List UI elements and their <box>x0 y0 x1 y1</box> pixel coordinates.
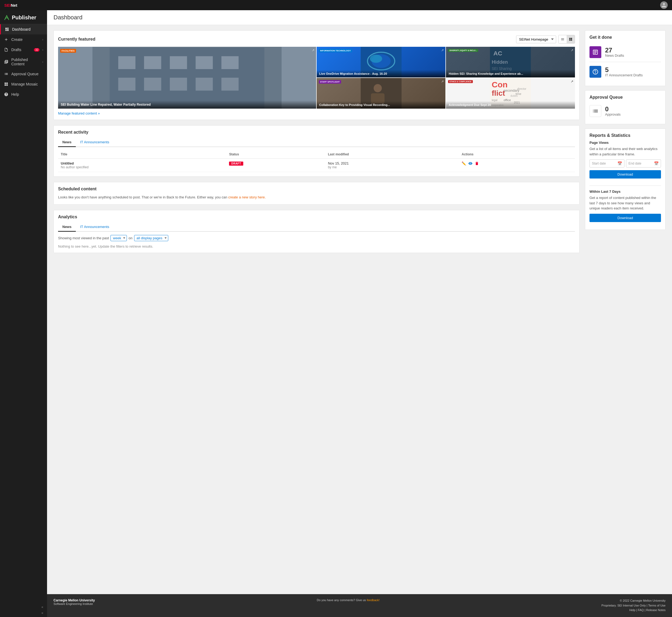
svg-text:time: time <box>515 92 521 95</box>
download-weekly-btn[interactable]: Download <box>590 214 661 222</box>
featured-badge-ethics: ETHICS & COMPLIANCE <box>448 80 473 83</box>
cell-actions: ✏️ <box>459 159 575 172</box>
sidebar-item-create[interactable]: Create › <box>0 34 47 45</box>
dashboard-right: Get it done 27 News Drafts <box>585 30 666 589</box>
footer-copyright: © 2022 Carnegie Mellon University <box>602 598 666 603</box>
sidebar-item-published-content[interactable]: Published Content › <box>0 55 47 69</box>
org-name: Carnegie Mellon University <box>53 598 95 602</box>
view-toggle <box>558 35 575 43</box>
edit-icon[interactable]: ✏️ <box>462 161 466 166</box>
featured-ext-icon-5: ↗ <box>571 79 573 83</box>
download-pageviews-btn[interactable]: Download <box>590 170 661 179</box>
recent-activity-title: Recent activity <box>58 130 575 135</box>
mosaic-icon <box>4 82 9 86</box>
list-view-btn[interactable] <box>558 35 567 43</box>
reports-title: Reports & Statistics <box>590 133 661 138</box>
col-title: Title <box>58 150 226 159</box>
analytics-tabs: News IT Announcements <box>58 223 575 232</box>
featured-ext-icon-2: ↗ <box>441 48 444 52</box>
brand-name: SEINet <box>4 3 17 8</box>
featured-title: Currently featured <box>58 37 95 42</box>
featured-item-diversity[interactable]: AC Hidden SEI Sharing DIVERSITY, EQUITY … <box>446 47 575 77</box>
date-range-inputs: Start date 📅 End date 📅 <box>590 160 661 168</box>
analytics-title: Analytics <box>58 215 575 219</box>
featured-item-spotlight[interactable]: STAFF SPOTLIGHT ↗ Collaboration Key to P… <box>317 78 446 109</box>
footer-left: Carnegie Mellon University Software Engi… <box>53 598 95 605</box>
drafts-label: Drafts <box>11 48 30 52</box>
featured-badge-diversity: DIVERSITY, EQUITY & INCLU... <box>448 49 478 52</box>
get-it-done-card: Get it done 27 News Drafts <box>585 30 666 86</box>
drafts-icon <box>4 47 9 52</box>
published-icon <box>4 59 9 64</box>
footer: Carnegie Mellon University Software Engi… <box>47 594 672 617</box>
sidebar-item-help[interactable]: Help <box>0 89 47 99</box>
page-views-desc: Get a list of all items and their web an… <box>590 146 661 157</box>
featured-badge-spotlight: STAFF SPOTLIGHT <box>319 80 341 83</box>
start-date-input[interactable]: Start date 📅 <box>590 160 624 168</box>
drafts-badge: 32 <box>34 48 39 52</box>
currently-featured-card: Currently featured SEINet Homepage <box>53 30 580 120</box>
featured-overlay-ethics: Acknowledgment Due Sept 20 <box>446 101 575 109</box>
action-icons: ✏️ <box>462 161 572 166</box>
featured-ext-icon-3: ↗ <box>571 48 573 52</box>
dashboard-label: Dashboard <box>12 27 43 31</box>
tab-it-announcements-recent[interactable]: IT Announcements <box>76 138 114 147</box>
footer-right: © 2022 Carnegie Mellon University Propri… <box>602 598 666 613</box>
org-sub: Software Engineering Institute <box>53 602 95 605</box>
end-cal-icon: 📅 <box>654 161 659 166</box>
svg-text:flict: flict <box>492 89 505 97</box>
tab-news-recent[interactable]: News <box>58 138 76 147</box>
pages-select[interactable]: all display pages <box>134 235 168 241</box>
modified-date: Nov 15, 2021 <box>328 161 456 165</box>
it-drafts-stat: 5 IT Announcement Drafts <box>590 62 661 81</box>
col-modified: Last modified <box>325 150 459 159</box>
content-area: Dashboard Currently featured SEINet Home… <box>47 10 672 617</box>
create-icon <box>4 37 9 42</box>
footer-center: Do you have any comments? Give us feedba… <box>317 598 380 602</box>
sidebar-item-drafts[interactable]: Drafts 32 › <box>0 45 47 55</box>
building-image: CARNEGIE MELLON UNIVERSITY DE ENGI... <box>58 47 316 109</box>
create-chevron: › <box>42 38 43 41</box>
topbar: SEINet <box>0 0 672 10</box>
featured-controls: SEINet Homepage <box>516 35 575 43</box>
sidebar-logo: Publisher <box>0 10 47 24</box>
sidebar-item-dashboard[interactable]: Dashboard <box>0 24 47 34</box>
approval-stat: 0 Approvals <box>590 102 661 120</box>
delete-icon[interactable] <box>475 161 479 166</box>
manage-featured-link[interactable]: Manage featured content » <box>58 111 100 115</box>
approval-queue-label: Approval Queue <box>11 72 43 76</box>
start-cal-icon: 📅 <box>618 161 622 166</box>
svg-text:Con: Con <box>492 80 507 89</box>
featured-item-it[interactable]: INFORMATION TECHNOLOGY ↗ Live OneDrive M… <box>317 47 446 77</box>
modified-by: by me <box>328 165 456 169</box>
footer-help: Help | FAQ | Release Notes <box>602 608 666 613</box>
feedback-link[interactable]: feedback! <box>367 598 380 602</box>
row-author-text: No author specified <box>61 165 224 169</box>
approval-queue-icon <box>590 105 601 117</box>
period-select[interactable]: week <box>110 235 127 241</box>
featured-page-select[interactable]: SEINet Homepage <box>516 35 556 43</box>
sidebar-item-manage-mosaic[interactable]: Manage Mosaic <box>0 79 47 89</box>
grid-view-btn[interactable] <box>567 35 575 43</box>
published-chevron: › <box>42 60 43 63</box>
news-drafts-icon <box>590 46 601 58</box>
featured-item-large[interactable]: CARNEGIE MELLON UNIVERSITY DE ENGI... FA… <box>58 47 316 109</box>
collapse-btn-2[interactable]: « <box>0 611 47 617</box>
approval-count: 0 <box>605 106 621 113</box>
tab-it-announcements-analytics[interactable]: IT Announcements <box>76 223 114 232</box>
user-avatar[interactable] <box>660 1 668 9</box>
reports-card: Reports & Statistics Page Views Get a li… <box>585 129 666 230</box>
sidebar-item-approval-queue[interactable]: Approval Queue <box>0 69 47 79</box>
view-icon[interactable] <box>468 161 473 166</box>
page-title: Dashboard <box>53 14 666 21</box>
tab-news-analytics[interactable]: News <box>58 223 76 232</box>
create-label: Create <box>11 37 39 42</box>
featured-overlay-it: Live OneDrive Migration Assistance - Aug… <box>317 70 446 77</box>
cell-status: DRAFT <box>226 159 325 172</box>
end-date-input[interactable]: End date 📅 <box>626 160 661 168</box>
featured-item-ethics[interactable]: Con flict secondary duties legal office … <box>446 78 575 109</box>
create-story-link[interactable]: create a new story here. <box>228 195 266 199</box>
collapse-btn[interactable]: « <box>0 603 47 611</box>
recent-activity-table: Title Status Last modified Actions Untit… <box>58 150 575 172</box>
drafts-chevron: › <box>42 48 43 51</box>
